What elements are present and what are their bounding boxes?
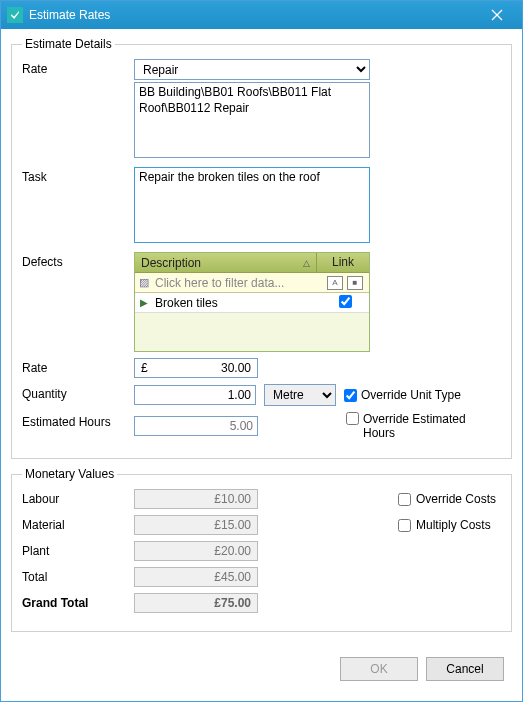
- multiply-costs-checkbox[interactable]: [398, 519, 411, 532]
- labour-value: £10.00: [134, 489, 258, 509]
- link-checkbox[interactable]: [339, 295, 352, 308]
- rate-path: BB Building\BB01 Roofs\BB011 Flat Roof\B…: [134, 82, 370, 158]
- filter-icon: ▨: [135, 276, 153, 289]
- material-label: Material: [22, 518, 134, 532]
- app-icon: [7, 7, 23, 23]
- rate-select[interactable]: Repair: [134, 59, 370, 80]
- override-unit-checkbox[interactable]: [344, 389, 357, 402]
- estimate-details-group: Estimate Details Rate Repair BB Building…: [11, 37, 512, 459]
- override-hours-checkbox[interactable]: [346, 412, 359, 425]
- grand-total-label: Grand Total: [22, 596, 134, 610]
- filter-placeholder: Click here to filter data...: [153, 274, 325, 292]
- rate-value-label: Rate: [22, 358, 134, 375]
- labour-label: Labour: [22, 492, 134, 506]
- override-costs-label: Override Costs: [416, 492, 496, 506]
- ok-button[interactable]: OK: [340, 657, 418, 681]
- row-selector-icon: ▶: [135, 297, 153, 308]
- grand-total-value: £75.00: [134, 593, 258, 613]
- multiply-costs-label: Multiply Costs: [416, 518, 491, 532]
- estimate-details-legend: Estimate Details: [22, 37, 115, 51]
- override-unit-label: Override Unit Type: [361, 388, 461, 402]
- defects-row-link[interactable]: [321, 295, 369, 311]
- plant-label: Plant: [22, 544, 134, 558]
- filter-link-icon[interactable]: ■: [347, 276, 363, 290]
- est-hours-input: [134, 416, 258, 436]
- defects-col-description[interactable]: Description △: [135, 253, 317, 272]
- override-hours-label: Override Estimated Hours: [363, 412, 473, 440]
- monetary-values-group: Monetary Values Labour £10.00 Override C…: [11, 467, 512, 632]
- rate-input[interactable]: £ 30.00: [134, 358, 258, 378]
- sort-asc-icon: △: [303, 258, 310, 268]
- override-costs-checkbox[interactable]: [398, 493, 411, 506]
- est-hours-label: Estimated Hours: [22, 412, 134, 429]
- monetary-values-legend: Monetary Values: [22, 467, 117, 481]
- close-button[interactable]: [478, 3, 516, 27]
- unit-select[interactable]: Metre: [264, 384, 336, 406]
- window-titlebar: Estimate Rates: [1, 1, 522, 29]
- quantity-label: Quantity: [22, 384, 134, 401]
- defects-row-desc: Broken tiles: [153, 294, 321, 312]
- defects-header: Description △ Link: [135, 253, 369, 273]
- defects-label: Defects: [22, 252, 134, 269]
- task-textarea[interactable]: Repair the broken tiles on the roof: [134, 167, 370, 243]
- rate-value: 30.00: [221, 361, 251, 375]
- window-title: Estimate Rates: [29, 8, 478, 22]
- quantity-input[interactable]: [134, 385, 256, 405]
- material-value: £15.00: [134, 515, 258, 535]
- currency-symbol: £: [141, 361, 148, 375]
- cancel-button[interactable]: Cancel: [426, 657, 504, 681]
- plant-value: £20.00: [134, 541, 258, 561]
- defects-filter-row[interactable]: ▨ Click here to filter data... A ■: [135, 273, 369, 293]
- defects-row[interactable]: ▶ Broken tiles: [135, 293, 369, 313]
- col-desc-label: Description: [141, 256, 201, 270]
- defects-grid[interactable]: Description △ Link ▨ Click here to filte…: [134, 252, 370, 352]
- total-label: Total: [22, 570, 134, 584]
- dialog-buttons: OK Cancel: [11, 647, 512, 693]
- task-label: Task: [22, 167, 134, 184]
- rate-label: Rate: [22, 59, 134, 76]
- total-value: £45.00: [134, 567, 258, 587]
- filter-text-icon[interactable]: A: [327, 276, 343, 290]
- defects-col-link[interactable]: Link: [317, 253, 369, 272]
